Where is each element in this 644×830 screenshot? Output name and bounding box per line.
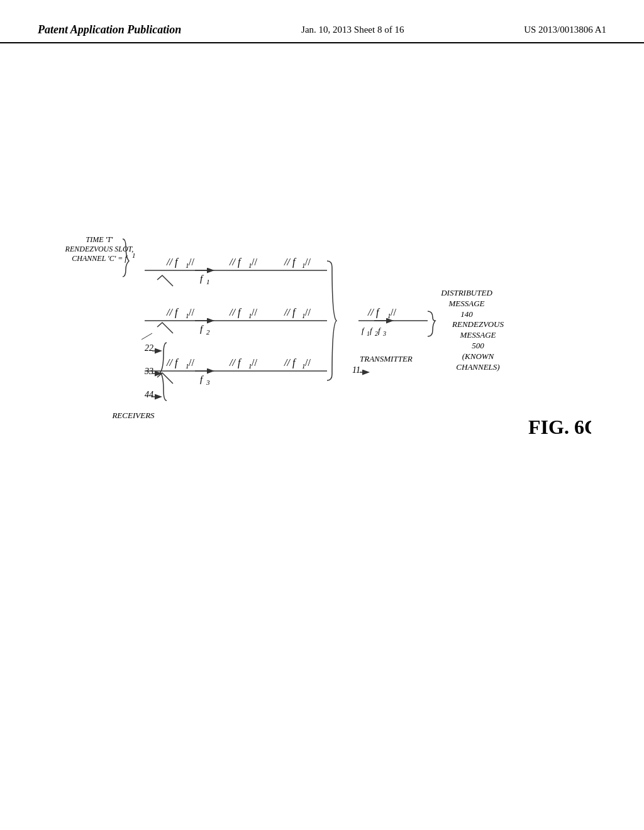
time-label: TIME 'T'	[86, 235, 113, 244]
receivers-label: RECEIVERS	[111, 411, 155, 420]
receivers-brace	[160, 343, 167, 401]
f1-label2-row33: // f	[229, 307, 242, 318]
checkmark-22	[157, 275, 173, 286]
f1-label2-row44: // f	[229, 357, 242, 368]
diagram-svg: TIME 'T' RENDEZVOUS SLOT, CHANNEL 'C' = …	[50, 126, 591, 566]
slash2-row33: //	[252, 307, 257, 318]
freq-f2-33: f	[200, 324, 204, 334]
f1-label3-row22: // f	[284, 257, 297, 268]
freq-f2-33-sub: 2	[206, 328, 210, 336]
freq-f3-t-sub: 3	[382, 330, 386, 337]
rendezvous-slot-label: RENDEZVOUS SLOT,	[65, 245, 134, 253]
sheet-info: Jan. 10, 2013 Sheet 8 of 16	[301, 23, 404, 37]
fig-label: FIG. 6C	[528, 416, 591, 438]
receiver-22-label: 22	[145, 343, 153, 353]
transmitter-label-text: TRANSMITTER	[360, 354, 413, 363]
receiver-44-label: 44	[145, 390, 153, 399]
freq-f2-transmitter: f	[370, 326, 374, 335]
slash-row33: //	[189, 307, 194, 318]
freq-f3-44-sub: 3	[206, 379, 210, 386]
tick-22	[142, 333, 152, 340]
rendezvous-msg-label-3: 500	[472, 341, 484, 350]
channel-label: CHANNEL 'C' = f	[72, 254, 128, 263]
transmitter-11-label: 11	[352, 365, 360, 375]
rendezvous-msg-label-1: RENDEZVOUS	[452, 319, 504, 329]
slash-row44: //	[189, 357, 194, 368]
f1-label-row22: // f	[166, 257, 179, 268]
f1-label3-row33: // f	[284, 307, 297, 318]
checkmark-33	[157, 323, 173, 333]
receiver-33-label: 33	[144, 367, 153, 376]
freq-f3-transmitter: f	[378, 326, 382, 335]
page-header: Patent Application Publication Jan. 10, …	[0, 0, 644, 43]
f1-label3-row44: // f	[284, 357, 297, 368]
distributed-label-3: 140	[460, 309, 473, 319]
freq-f1-transmitter: f	[362, 326, 365, 335]
checkmark-44	[157, 373, 173, 384]
publication-title: Patent Application Publication	[38, 23, 181, 37]
rendezvous-msg-brace	[428, 311, 435, 336]
patent-number: US 2013/0013806 A1	[524, 23, 606, 37]
slash-row22: //	[189, 257, 194, 267]
distributed-brace	[327, 261, 336, 380]
distributed-label-2: MESSAGE	[448, 299, 484, 308]
slash-transmitter: //	[391, 307, 396, 318]
f1-label2-row22: // f	[229, 257, 242, 268]
figure-diagram: TIME 'T' RENDEZVOUS SLOT, CHANNEL 'C' = …	[50, 126, 591, 566]
slash3-row22: //	[305, 257, 311, 267]
rendezvous-msg-label-2: MESSAGE	[459, 330, 496, 340]
f1-label-transmitter: // f	[367, 307, 380, 318]
rendezvous-msg-label-5: CHANNELS)	[456, 362, 499, 372]
rendezvous-msg-label-4: (KNOWN	[462, 351, 495, 361]
slash2-row22: //	[252, 257, 257, 267]
channel-f1-subscript: 1	[132, 252, 136, 259]
freq-f1-22-sub: 1	[206, 278, 210, 285]
slash3-row33: //	[305, 307, 311, 318]
f1-label-row44: // f	[166, 357, 179, 368]
f1-label-row33: // f	[166, 307, 179, 318]
freq-f1-22: f	[200, 274, 204, 284]
distributed-label-1: DISTRIBUTED	[440, 288, 492, 297]
slash3-row44: //	[305, 357, 311, 368]
slash2-row44: //	[252, 357, 257, 368]
freq-f3-44: f	[200, 374, 204, 384]
